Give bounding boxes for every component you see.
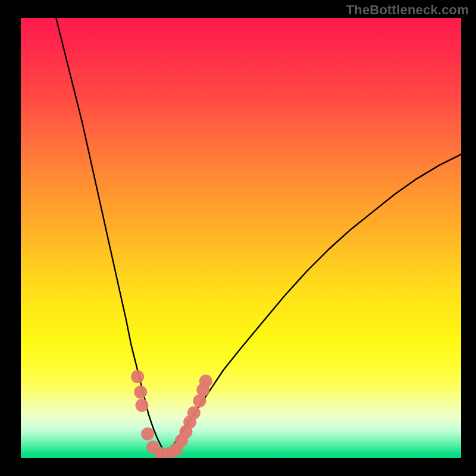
marker-group [131,370,212,458]
watermark-text: TheBottleneck.com [346,2,469,18]
data-marker [131,370,144,383]
data-marker [199,375,212,388]
plot-area [21,18,461,458]
data-marker [141,427,154,440]
data-marker [134,386,147,399]
chart-frame: TheBottleneck.com [0,0,476,476]
curve-left [56,18,166,454]
data-marker [136,399,149,412]
chart-svg [21,18,461,458]
data-marker [187,406,201,419]
curve-right [166,154,461,453]
